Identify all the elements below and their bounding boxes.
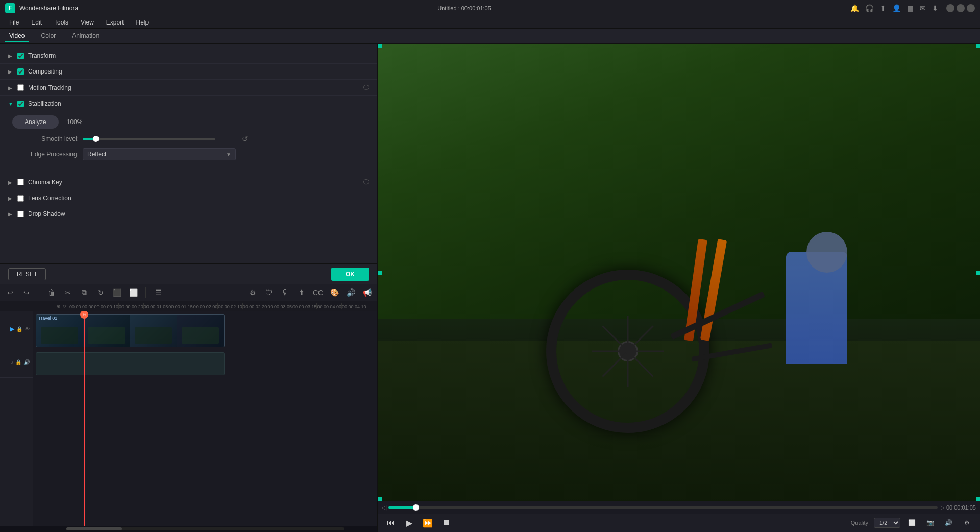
- ruler-mark-1: 00:00:00:10: [94, 303, 119, 309]
- quality-select[interactable]: 1/2 Full 1/4: [874, 518, 900, 528]
- audio-mute-icon[interactable]: 🔊: [23, 359, 30, 365]
- fullscreen-button[interactable]: ⬜: [904, 516, 919, 530]
- stabilization-checkbox[interactable]: [17, 101, 24, 107]
- bike-scene: [378, 44, 980, 501]
- settings-playback-button[interactable]: ⚙: [960, 516, 974, 530]
- timeline-undo-button[interactable]: ↩: [4, 286, 16, 299]
- timeline-redo-button[interactable]: ↪: [20, 286, 33, 299]
- audio-clip[interactable]: [36, 352, 225, 375]
- selection-handle-bl[interactable]: [378, 497, 382, 501]
- section-transform-header[interactable]: ▶ Transform: [0, 48, 377, 63]
- upload-icon[interactable]: ⬆: [880, 4, 886, 12]
- timeline-shield-button[interactable]: 🛡: [263, 286, 275, 299]
- section-compositing-header[interactable]: ▶ Compositing: [0, 64, 377, 79]
- snapshot-button[interactable]: 📷: [923, 516, 937, 530]
- smooth-level-slider[interactable]: [83, 138, 215, 140]
- grid-icon[interactable]: ▦: [907, 4, 914, 12]
- mail-icon[interactable]: ✉: [920, 4, 926, 12]
- stop-button[interactable]: ⏹: [439, 516, 453, 530]
- minimize-button[interactable]: [946, 4, 954, 12]
- selection-handle-mr[interactable]: [976, 271, 980, 275]
- section-chroma-key-header[interactable]: ▶ Chroma Key ⓘ: [0, 174, 377, 190]
- smooth-level-value[interactable]: 10: [219, 135, 238, 142]
- track-eye-icon[interactable]: 👁: [24, 326, 30, 332]
- play-forward-button[interactable]: ⏩: [421, 516, 435, 530]
- scrubber-end-icon: ▷: [940, 504, 944, 511]
- tab-animation[interactable]: Animation: [68, 30, 103, 42]
- lens-correction-checkbox[interactable]: [17, 195, 24, 202]
- ok-button[interactable]: OK: [331, 268, 369, 281]
- ruler-marks: 00:00:00:00 00:00:00:10 00:00:00:20 00:0…: [69, 303, 366, 309]
- menu-tools[interactable]: Tools: [49, 18, 74, 27]
- selection-handle-br[interactable]: [976, 497, 980, 501]
- skip-back-button[interactable]: ⏮: [384, 516, 398, 530]
- ruler-mark-10: 00:00:04:00: [316, 303, 341, 309]
- chroma-key-info-icon[interactable]: ⓘ: [363, 178, 369, 186]
- timeline-subtitle-button[interactable]: CC: [312, 286, 324, 299]
- window-controls: [946, 4, 975, 12]
- tab-color[interactable]: Color: [37, 30, 60, 42]
- timeline-rotate-button[interactable]: ↻: [94, 286, 107, 299]
- motion-tracking-info-icon[interactable]: ⓘ: [363, 84, 369, 91]
- timeline-scrollbar-track[interactable]: [66, 527, 344, 530]
- smooth-level-thumb[interactable]: [93, 136, 99, 142]
- timeline-scrollbar-thumb[interactable]: [66, 527, 122, 530]
- smooth-level-reset-icon[interactable]: ↺: [242, 135, 248, 143]
- chevron-stabilization-icon: ▼: [8, 101, 13, 106]
- user-icon[interactable]: 👤: [892, 4, 901, 12]
- menu-edit[interactable]: Edit: [26, 18, 47, 27]
- section-motion-tracking-header[interactable]: ▶ Motion Tracking ⓘ: [0, 80, 377, 95]
- timeline-link-icon[interactable]: ⟳: [63, 304, 67, 309]
- timeline-color-button[interactable]: 🎨: [328, 286, 340, 299]
- menu-help[interactable]: Help: [131, 18, 154, 27]
- track-lock-icon[interactable]: 🔒: [16, 326, 22, 332]
- menu-view[interactable]: View: [76, 18, 99, 27]
- drop-shadow-checkbox[interactable]: [17, 211, 24, 217]
- timeline-tracks-right[interactable]: ✂ Travel 01: [33, 311, 377, 526]
- timeline-speaker-button[interactable]: 📢: [361, 286, 373, 299]
- selection-handle-ml[interactable]: [378, 271, 382, 275]
- video-clip[interactable]: Travel 01: [36, 314, 225, 347]
- tab-video[interactable]: Video: [5, 30, 29, 42]
- scrubber-track[interactable]: [388, 506, 938, 509]
- chroma-key-checkbox[interactable]: [17, 179, 24, 185]
- selection-handle-tr[interactable]: [976, 44, 980, 48]
- volume-button[interactable]: 🔊: [941, 516, 955, 530]
- timeline-cut-button[interactable]: ✂: [62, 286, 74, 299]
- timeline-export-button[interactable]: ⬆: [296, 286, 308, 299]
- timeline-settings-button[interactable]: ⚙: [247, 286, 259, 299]
- timeline-delete-button[interactable]: 🗑: [45, 286, 58, 299]
- timeline-mic-button[interactable]: 🎙: [279, 286, 291, 299]
- scrubber-progress: [388, 506, 416, 509]
- edge-processing-select[interactable]: Reflect ▼: [83, 148, 236, 160]
- section-drop-shadow-header[interactable]: ▶ Drop Shadow: [0, 206, 377, 222]
- playback-controls: ⏮ ▶ ⏩ ⏹ Quality: 1/2 Full 1/4 ⬜ 📷 🔊 ⚙: [378, 514, 980, 532]
- maximize-button[interactable]: [957, 4, 965, 12]
- selection-handle-tl[interactable]: [378, 44, 382, 48]
- download-icon[interactable]: ⬇: [932, 4, 938, 12]
- headphone-icon[interactable]: 🎧: [865, 4, 874, 12]
- play-button[interactable]: ▶: [402, 516, 416, 530]
- timeline-crop-button[interactable]: ⬛: [111, 286, 123, 299]
- reset-button[interactable]: RESET: [8, 268, 46, 280]
- playhead-line[interactable]: ✂: [84, 311, 85, 526]
- bell-icon[interactable]: 🔔: [850, 4, 859, 12]
- motion-tracking-checkbox[interactable]: [17, 84, 24, 91]
- chroma-key-title: Chroma Key: [28, 179, 62, 186]
- timeline-list-button[interactable]: ☰: [152, 286, 164, 299]
- analyze-button[interactable]: Analyze: [12, 115, 59, 129]
- audio-lock-icon[interactable]: 🔒: [15, 359, 21, 365]
- ruler-mark-2: 00:00:00:20: [118, 303, 143, 309]
- scrubber-thumb[interactable]: [413, 504, 419, 511]
- timeline-copy-button[interactable]: ⧉: [78, 286, 90, 299]
- timeline-volume-button[interactable]: 🔊: [345, 286, 357, 299]
- menu-export[interactable]: Export: [101, 18, 129, 27]
- section-stabilization-header[interactable]: ▼ Stabilization: [0, 96, 377, 111]
- menu-file[interactable]: File: [4, 18, 24, 27]
- compositing-checkbox[interactable]: [17, 68, 24, 75]
- close-button[interactable]: [967, 4, 975, 12]
- timeline-add-track-icon[interactable]: ⊕: [57, 304, 61, 309]
- section-lens-correction-header[interactable]: ▶ Lens Correction: [0, 190, 377, 206]
- transform-checkbox[interactable]: [17, 53, 24, 59]
- timeline-zoom-fit-button[interactable]: ⬜: [127, 286, 139, 299]
